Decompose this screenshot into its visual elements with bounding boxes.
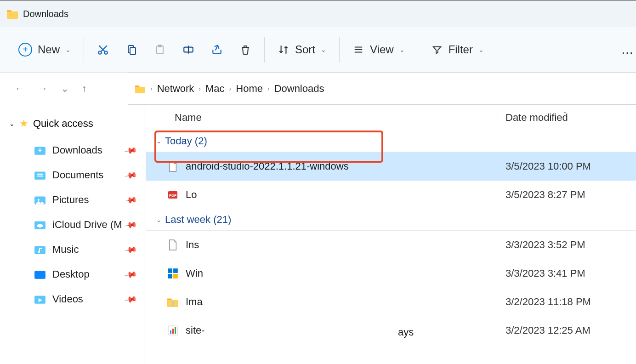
svg-rect-26	[175, 327, 176, 334]
file-row[interactable]: site-3/2/2023 12:25 AM	[146, 316, 636, 345]
copy-icon[interactable]	[125, 44, 137, 56]
group-label: Last week (21)	[165, 214, 231, 226]
file-row[interactable]: android-studio-2022.1.1.21-windows3/5/20…	[146, 152, 636, 181]
file-list: Name ⌄ Date modified ⌄Today (2)android-s…	[146, 105, 636, 364]
file-row[interactable]: Ins3/3/2023 3:52 PM	[146, 231, 636, 259]
share-icon[interactable]	[211, 44, 223, 56]
quick-access-header[interactable]: ⌄ ★ Quick access	[0, 118, 146, 138]
file-name: Lo	[186, 189, 498, 201]
sidebar-item-downloads[interactable]: Downloads📌	[0, 138, 146, 163]
svg-point-12	[37, 224, 43, 228]
filter-icon	[431, 44, 443, 56]
sidebar-item-pictures[interactable]: Pictures📌	[0, 188, 146, 212]
delete-icon[interactable]	[239, 44, 251, 56]
sidebar-item-label: Desktop	[52, 268, 90, 280]
view-icon	[352, 44, 364, 56]
file-name: Ima	[186, 296, 498, 308]
pictures-icon	[34, 195, 46, 205]
desktop-icon	[34, 269, 46, 279]
pdf-icon: PDF	[166, 188, 179, 201]
sidebar-item-music[interactable]: Music📌	[0, 237, 146, 262]
svg-rect-20	[168, 274, 172, 279]
icloud-icon	[34, 220, 46, 230]
breadcrumb-sep-icon: ›	[267, 85, 270, 92]
svg-text:PDF: PDF	[169, 193, 176, 198]
breadcrumb-item[interactable]: Mac	[205, 83, 225, 95]
sidebar-item-label: Videos	[52, 293, 83, 305]
separator	[264, 37, 265, 63]
group-label: Today (2)	[165, 135, 207, 147]
column-date-modified[interactable]: ⌄ Date modified	[498, 112, 636, 124]
svg-rect-19	[173, 268, 178, 273]
paste-icon[interactable]	[154, 44, 166, 56]
svg-rect-8	[34, 171, 45, 179]
chevron-down-icon: ⌄	[156, 216, 161, 223]
sort-indicator-icon: ⌄	[562, 108, 567, 114]
plus-icon: +	[18, 43, 32, 57]
rename-icon[interactable]	[182, 44, 194, 56]
view-button[interactable]: View ⌄	[352, 43, 405, 56]
winlogo-icon	[166, 267, 179, 280]
videos-icon	[34, 294, 46, 304]
new-button[interactable]: + New ⌄	[18, 43, 71, 57]
recent-button[interactable]: ⌄	[61, 83, 69, 95]
svg-rect-24	[170, 330, 171, 334]
folder-icon	[6, 9, 18, 19]
star-icon: ★	[19, 118, 28, 130]
pin-icon: 📌	[124, 218, 138, 232]
sort-button[interactable]: Sort ⌄	[278, 43, 326, 56]
svg-point-0	[98, 51, 102, 54]
sidebar-item-label: Music	[52, 244, 79, 256]
sidebar-item-label: iCloud Drive (M	[52, 219, 122, 231]
column-headers: Name ⌄ Date modified	[146, 105, 636, 131]
documents-icon	[34, 170, 46, 180]
file-name: Win	[186, 267, 498, 279]
file-row[interactable]: Ima3/2/2023 11:18 PM	[146, 288, 636, 316]
folder-icon	[135, 84, 146, 93]
pin-icon: 📌	[124, 292, 138, 307]
breadcrumb-item[interactable]: Downloads	[274, 83, 324, 95]
pin-icon: 📌	[124, 193, 138, 207]
separator	[84, 37, 84, 63]
sidebar-item-videos[interactable]: Videos📌	[0, 287, 146, 312]
file-row[interactable]: Win3/3/2023 3:41 PM	[146, 259, 636, 288]
separator	[339, 37, 340, 63]
sidebar-item-label: Pictures	[52, 194, 89, 206]
nav-row: ← → ⌄ ↑ › Network › Mac › Home › Downloa…	[0, 73, 636, 105]
file-name: site-	[186, 324, 498, 336]
filter-button[interactable]: Filter ⌄	[431, 43, 484, 56]
titlebar: Downloads	[0, 1, 636, 27]
back-button[interactable]: ←	[15, 83, 25, 95]
sidebar-item-documents[interactable]: Documents📌	[0, 163, 146, 188]
breadcrumb-item[interactable]: Network	[157, 83, 194, 95]
file-date: 3/3/2023 3:52 PM	[498, 239, 636, 251]
svg-rect-22	[172, 301, 174, 306]
file-date: 3/5/2023 10:00 PM	[498, 160, 636, 172]
file-date: 3/5/2023 8:27 PM	[498, 189, 636, 201]
pin-icon: 📌	[124, 243, 138, 257]
sort-icon	[278, 44, 290, 56]
file-name: android-studio-2022.1.1.21-windows	[186, 160, 498, 172]
toolbar: + New ⌄ Sort ⌄ View ⌄ Filter ⌄	[0, 27, 636, 73]
forward-button[interactable]: →	[38, 83, 48, 95]
cut-icon[interactable]	[97, 44, 109, 56]
svg-rect-21	[173, 274, 178, 279]
up-button[interactable]: ↑	[82, 83, 87, 95]
chevron-down-icon: ⌄	[399, 46, 405, 53]
file-row[interactable]: PDFLo3/5/2023 8:27 PM	[146, 181, 636, 209]
address-bar[interactable]: › Network › Mac › Home › Downloads	[128, 73, 636, 105]
svg-point-1	[104, 51, 108, 54]
breadcrumb-item[interactable]: Home	[236, 83, 263, 95]
chevron-down-icon: ⌄	[321, 46, 326, 53]
zipfolder-icon	[166, 296, 179, 308]
group-header[interactable]: ⌄Last week (21)	[146, 209, 636, 231]
breadcrumb-sep-icon: ›	[229, 85, 232, 92]
downloads-icon	[34, 145, 46, 155]
group-header[interactable]: ⌄Today (2)	[146, 131, 636, 152]
breadcrumb-sep-icon: ›	[199, 85, 201, 92]
sidebar-item-desktop[interactable]: Desktop📌	[0, 262, 146, 287]
column-name[interactable]: Name	[146, 112, 498, 124]
sidebar-item-icloud[interactable]: iCloud Drive (M📌	[0, 212, 146, 237]
file-date: 3/2/2023 12:25 AM	[498, 324, 636, 336]
more-icon[interactable]: ⋯	[621, 46, 633, 60]
